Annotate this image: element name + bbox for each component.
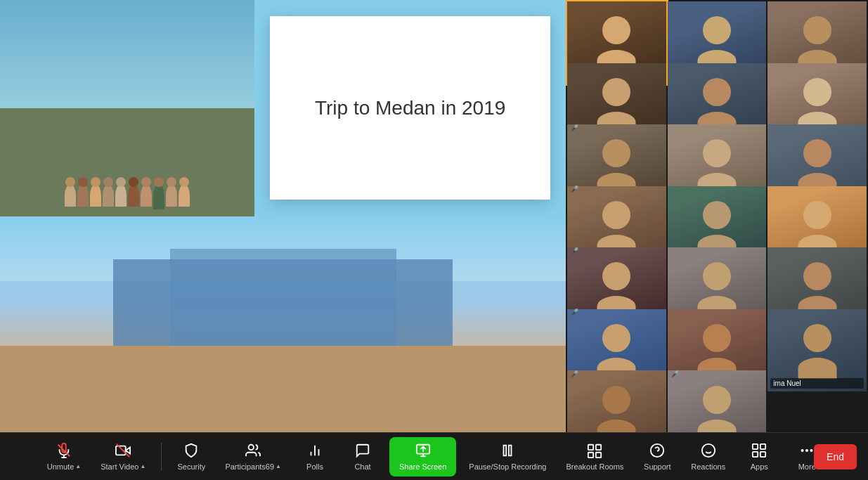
support-icon xyxy=(649,443,665,460)
muted-mic-icon: 🎤 xyxy=(571,370,578,377)
photo-top: Trip to Medan in 2019 xyxy=(0,0,566,216)
reactions-icon xyxy=(701,443,716,460)
slide-title: Trip to Medan in 2019 xyxy=(315,97,505,119)
svg-rect-17 xyxy=(596,444,601,449)
polls-button[interactable]: Polls xyxy=(294,439,336,475)
group-photo-sim xyxy=(0,216,566,433)
recording-icon xyxy=(500,443,515,460)
support-label: Support xyxy=(644,462,671,471)
breakout-icon xyxy=(587,443,602,460)
muted-mic-icon: 🎤 xyxy=(671,370,679,377)
unmute-button[interactable]: Unmute ▲ xyxy=(40,439,88,475)
svg-point-31 xyxy=(811,450,812,451)
svg-rect-26 xyxy=(760,443,765,448)
participants-icon xyxy=(245,443,261,460)
participant-tile[interactable]: Roma Sembiring xyxy=(668,370,767,432)
breakout-rooms-label: Breakout Rooms xyxy=(566,462,623,471)
security-label: Security xyxy=(178,462,206,471)
video-arrow[interactable]: ▲ xyxy=(140,463,145,469)
participants-label-group: Participants 69 ▲ xyxy=(225,462,281,471)
participants-label: Participants xyxy=(225,462,265,471)
classroom-sim xyxy=(0,0,254,216)
pause-recording-button[interactable]: Pause/Stop Recording xyxy=(462,439,553,475)
security-button[interactable]: Security xyxy=(170,439,212,475)
share-screen-button[interactable]: Share Screen xyxy=(389,437,456,476)
svg-rect-14 xyxy=(504,445,507,455)
apps-icon xyxy=(751,443,767,460)
video-icon xyxy=(115,443,131,460)
more-icon xyxy=(799,443,815,460)
svg-point-22 xyxy=(702,443,715,456)
security-icon xyxy=(183,443,199,460)
share-screen-label: Share Screen xyxy=(399,462,446,471)
start-video-label: Start Video xyxy=(101,462,138,471)
muted-mic-icon: 🎤 xyxy=(571,124,578,131)
participants-arrow[interactable]: ▲ xyxy=(276,463,281,469)
participants-count: 69 xyxy=(266,462,274,471)
participants-button[interactable]: Participants 69 ▲ xyxy=(218,439,288,475)
svg-point-30 xyxy=(806,450,808,451)
unmute-label: Unmute xyxy=(47,462,75,471)
muted-mic-icon: 🎤 xyxy=(571,186,578,193)
unmute-label-group: Unmute ▲ xyxy=(47,462,81,471)
slide-container: Trip to Medan in 2019 xyxy=(0,0,566,432)
chat-icon xyxy=(355,443,370,460)
svg-marker-3 xyxy=(126,447,130,453)
svg-rect-15 xyxy=(509,445,512,455)
chat-button[interactable]: Chat xyxy=(342,439,384,475)
toolbar: Unmute ▲ Start Video ▲ Security xyxy=(0,432,868,480)
apps-label: Apps xyxy=(751,462,768,471)
svg-rect-25 xyxy=(753,443,758,448)
main-content: Trip to Medan in 2019 xyxy=(0,0,868,432)
svg-point-6 xyxy=(249,444,254,449)
participant-tile[interactable]: 🎤Faogosokhi Ndruru xyxy=(567,370,666,432)
apps-button[interactable]: Apps xyxy=(738,439,780,475)
mute-icon xyxy=(56,443,72,460)
svg-rect-19 xyxy=(596,452,601,457)
end-button[interactable]: End xyxy=(814,444,857,469)
polls-label: Polls xyxy=(306,462,323,471)
unmute-arrow[interactable]: ▲ xyxy=(75,463,81,469)
reactions-label: Reactions xyxy=(691,462,725,471)
svg-rect-16 xyxy=(588,444,593,449)
video-label-group: Start Video ▲ xyxy=(101,462,145,471)
presentation-area: Trip to Medan in 2019 xyxy=(0,0,566,432)
support-button[interactable]: Support xyxy=(636,439,678,475)
polls-icon xyxy=(307,443,323,460)
muted-mic-icon: 🎤 xyxy=(571,247,578,254)
group-photo xyxy=(0,216,566,433)
svg-rect-28 xyxy=(760,451,765,456)
slide-area: Trip to Medan in 2019 xyxy=(254,0,566,216)
participant-grid: Matthew AugensteinGeorge AltounianHolong… xyxy=(566,0,868,432)
svg-rect-18 xyxy=(588,452,593,457)
pause-recording-label: Pause/Stop Recording xyxy=(469,462,546,471)
chat-label: Chat xyxy=(354,462,370,471)
participant-tile[interactable]: ima Nuel xyxy=(767,309,867,391)
separator-1 xyxy=(161,443,162,471)
participant-name: ima Nuel xyxy=(770,378,864,389)
svg-point-29 xyxy=(802,450,803,451)
share-screen-icon xyxy=(415,443,431,460)
muted-mic-icon: 🎤 xyxy=(571,309,578,316)
reactions-button[interactable]: Reactions xyxy=(684,439,732,475)
start-video-button[interactable]: Start Video ▲ xyxy=(93,439,153,475)
svg-rect-27 xyxy=(753,451,758,456)
classroom-photo xyxy=(0,0,254,216)
breakout-rooms-button[interactable]: Breakout Rooms xyxy=(559,439,630,475)
more-label: More xyxy=(798,462,816,471)
